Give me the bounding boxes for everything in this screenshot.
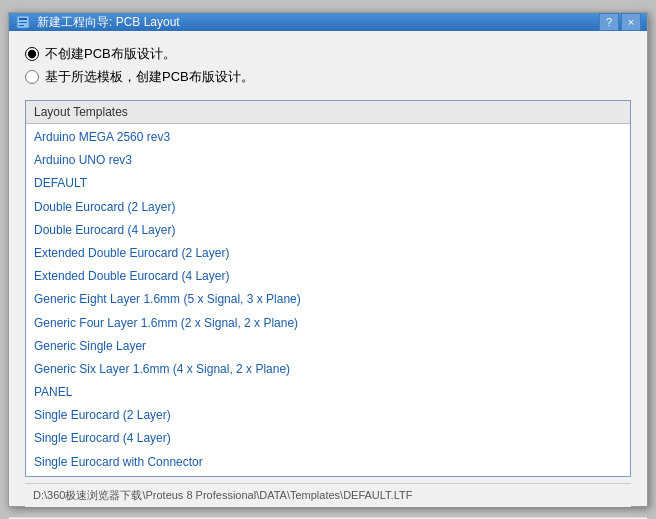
list-item[interactable]: Arduino MEGA 2560 rev3 — [26, 126, 630, 149]
list-item[interactable]: PANEL — [26, 381, 630, 404]
list-item[interactable]: Generic Six Layer 1.6mm (4 x Signal, 2 x… — [26, 358, 630, 381]
list-item[interactable]: Generic Four Layer 1.6mm (2 x Signal, 2 … — [26, 312, 630, 335]
radio-from-template[interactable] — [25, 70, 39, 84]
template-list[interactable]: Arduino MEGA 2560 rev3Arduino UNO rev3DE… — [26, 124, 630, 476]
window-title: 新建工程向导: PCB Layout — [37, 14, 599, 31]
svg-rect-1 — [19, 18, 27, 20]
list-item[interactable]: Extended Double Eurocard (2 Layer) — [26, 242, 630, 265]
list-item[interactable]: Extended Double Eurocard (4 Layer) — [26, 265, 630, 288]
list-item[interactable]: Single Eurocard (4 Layer) — [26, 427, 630, 450]
list-item[interactable]: Single Eurocard with Connector — [26, 451, 630, 474]
list-item[interactable]: DEFAULT — [26, 172, 630, 195]
status-path: D:\360极速浏览器下载\Proteus 8 Professional\DAT… — [25, 483, 631, 507]
radio-from-template-label: 基于所选模板，创建PCB布版设计。 — [45, 68, 254, 86]
radio-option-from-template[interactable]: 基于所选模板，创建PCB布版设计。 — [25, 68, 631, 86]
list-item[interactable]: Generic Eight Layer 1.6mm (5 x Signal, 3… — [26, 288, 630, 311]
radio-no-pcb-label: 不创建PCB布版设计。 — [45, 45, 176, 63]
window-controls: ? × — [599, 13, 641, 31]
main-window: 新建工程向导: PCB Layout ? × 不创建PCB布版设计。 基于所选模… — [8, 12, 648, 507]
template-list-container: Layout Templates Arduino MEGA 2560 rev3A… — [25, 100, 631, 477]
help-button[interactable]: ? — [599, 13, 619, 31]
list-item[interactable]: Double Eurocard (2 Layer) — [26, 196, 630, 219]
window-icon — [15, 14, 31, 30]
radio-group: 不创建PCB布版设计。 基于所选模板，创建PCB布版设计。 — [25, 45, 631, 86]
list-item[interactable]: Arduino UNO rev3 — [26, 149, 630, 172]
svg-rect-2 — [19, 22, 27, 23]
list-item[interactable]: Generic Single Layer — [26, 335, 630, 358]
close-button[interactable]: × — [621, 13, 641, 31]
radio-no-pcb[interactable] — [25, 47, 39, 61]
list-item[interactable]: Double Eurocard (4 Layer) — [26, 219, 630, 242]
list-header: Layout Templates — [26, 101, 630, 124]
title-bar: 新建工程向导: PCB Layout ? × — [9, 13, 647, 31]
list-item[interactable]: Single Eurocard (2 Layer) — [26, 404, 630, 427]
radio-option-no-pcb[interactable]: 不创建PCB布版设计。 — [25, 45, 631, 63]
dialog-content: 不创建PCB布版设计。 基于所选模板，创建PCB布版设计。 Layout Tem… — [9, 31, 647, 517]
svg-rect-3 — [19, 25, 24, 26]
